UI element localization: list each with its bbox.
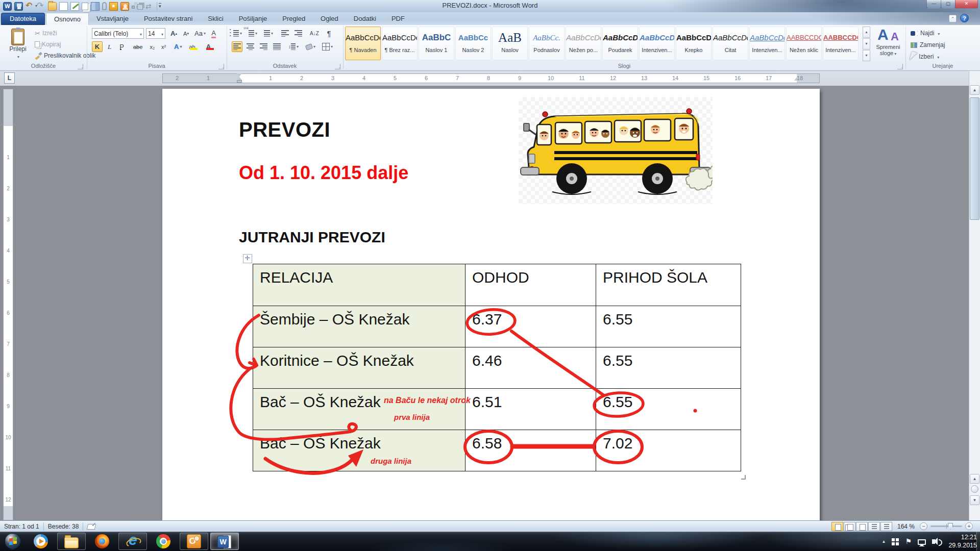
- font-dialog-launcher[interactable]: [218, 64, 224, 69]
- tab-pdf[interactable]: PDF: [384, 13, 412, 25]
- table-cell[interactable]: 6.37: [465, 306, 596, 347]
- section-heading[interactable]: JUTRANJI PREVOZI: [239, 229, 385, 246]
- tab-vstavljanje[interactable]: Vstavljanje: [89, 13, 136, 25]
- sort-button[interactable]: A↓Z: [308, 28, 321, 39]
- table-cell[interactable]: Šembije – OŠ Knežak: [253, 306, 465, 347]
- maximize-button[interactable]: ▢: [941, 0, 955, 9]
- style-intenziven[interactable]: AABBCCDCIntenziven...: [823, 27, 859, 60]
- table-cell[interactable]: 6.55: [596, 347, 741, 389]
- layers-icon[interactable]: [137, 4, 143, 10]
- scrollbar-thumb[interactable]: [970, 97, 979, 220]
- volume-icon[interactable]: [932, 539, 935, 544]
- help-icon[interactable]: ?: [960, 14, 969, 22]
- close-button[interactable]: ✕: [955, 0, 978, 9]
- vertical-scrollbar[interactable]: ▲ ▲ ▼: [969, 71, 980, 520]
- column-header-odhod[interactable]: ODHOD: [465, 264, 596, 306]
- outline-view-button[interactable]: [868, 522, 880, 531]
- style-naslov-2[interactable]: AaBbCcNaslov 2: [455, 27, 491, 60]
- undo-icon[interactable]: [26, 2, 34, 11]
- horizontal-ruler[interactable]: 21123456789101112131415161718: [162, 73, 820, 83]
- tab-dodatki[interactable]: Dodatki: [346, 13, 384, 25]
- document-date-line[interactable]: Od 1. 10. 2015 dalje: [239, 162, 408, 184]
- word-logo-icon[interactable]: [3, 2, 12, 11]
- align-right-button[interactable]: [258, 41, 269, 52]
- copy-button[interactable]: Kopiraj: [35, 39, 61, 49]
- column-header-relacija[interactable]: RELACIJA: [253, 264, 465, 306]
- draft-view-button[interactable]: [880, 522, 892, 531]
- spellcheck-icon[interactable]: [87, 523, 96, 530]
- network-icon[interactable]: [918, 539, 926, 545]
- table-cell[interactable]: Koritnice – OŠ Knežak: [253, 347, 465, 389]
- change-styles-button[interactable]: Spremenisloge: [872, 27, 904, 62]
- change-case-button[interactable]: Aa: [193, 28, 207, 39]
- select-browse-object-icon[interactable]: [971, 485, 978, 493]
- font-size-select[interactable]: 14: [146, 28, 165, 39]
- minimize-button[interactable]: —: [926, 0, 941, 9]
- school-bus-image[interactable]: [519, 97, 713, 204]
- paste-button[interactable]: Prilepi: [4, 27, 32, 62]
- taskbar-word[interactable]: [210, 533, 239, 550]
- contact-icon[interactable]: [120, 2, 129, 11]
- windows-update-icon[interactable]: [892, 538, 895, 541]
- style-krepko[interactable]: AaBbCcDcKrepko: [676, 27, 712, 60]
- table-cell[interactable]: 7.02: [596, 430, 741, 471]
- style-naslov[interactable]: AaBNaslov: [492, 27, 528, 60]
- zoom-level[interactable]: 164 %: [897, 523, 915, 530]
- numbering-button[interactable]: [247, 28, 259, 39]
- pilcrow-button[interactable]: ¶: [324, 28, 334, 39]
- style-intenziven[interactable]: AaBbCcDcIntenziven...: [749, 27, 785, 60]
- paste-dropdown-caret[interactable]: [5, 53, 31, 60]
- taskbar-windows-media-player[interactable]: [27, 533, 55, 550]
- styles-more-icon[interactable]: ▼: [863, 50, 870, 61]
- bold-button[interactable]: K: [92, 41, 103, 52]
- zoom-out-icon[interactable]: −: [920, 522, 927, 530]
- document-title[interactable]: PREVOZI: [239, 118, 330, 141]
- zoom-in-icon[interactable]: +: [965, 522, 973, 530]
- find-button[interactable]: Najdi: [911, 28, 940, 38]
- tab-ogled[interactable]: Ogled: [313, 13, 346, 25]
- web-layout-view-button[interactable]: [856, 522, 868, 531]
- table-cell[interactable]: 6.55: [596, 389, 741, 430]
- cut-button[interactable]: ✂ Izreži: [35, 28, 57, 38]
- decrease-indent-button[interactable]: [280, 28, 290, 39]
- highlight-color-button[interactable]: ab: [187, 41, 198, 52]
- strikethrough-button[interactable]: abe: [132, 41, 144, 52]
- print-layout-view-button[interactable]: [831, 522, 843, 531]
- clear-formatting-button[interactable]: A: [208, 28, 219, 39]
- line-spacing-button[interactable]: ↕: [287, 41, 300, 52]
- table-cell[interactable]: Bač – OŠ Knežak: [253, 389, 465, 430]
- tab-osnovno[interactable]: Osnovno: [46, 13, 89, 25]
- word-count[interactable]: Besede: 38: [48, 523, 79, 530]
- select-button[interactable]: Izberi: [911, 52, 939, 62]
- bullets-button[interactable]: [232, 28, 243, 39]
- replace-button[interactable]: Zamenjaj: [911, 40, 945, 50]
- previous-page-icon[interactable]: ▲: [970, 474, 979, 484]
- column-header-prihod-šola[interactable]: PRIHOD ŠOLA: [596, 264, 741, 306]
- edit-document-icon[interactable]: [70, 2, 79, 11]
- style-brez-raz[interactable]: AaBbCcDc¶ Brez raz...: [382, 27, 418, 60]
- align-center-button[interactable]: [245, 41, 256, 52]
- underline-button[interactable]: P: [116, 41, 127, 52]
- clipboard-dialog-launcher[interactable]: [78, 64, 83, 69]
- paperclip-icon[interactable]: [102, 2, 107, 10]
- styles-dialog-launcher[interactable]: [897, 64, 903, 69]
- style-navaden[interactable]: AaBbCcDc¶ Navaden: [345, 27, 381, 60]
- zoom-handle[interactable]: [948, 523, 953, 530]
- grow-font-button[interactable]: A▴: [168, 28, 179, 39]
- fullscreen-reading-view-button[interactable]: [844, 522, 855, 531]
- superscript-button[interactable]: x²: [158, 41, 169, 52]
- taskbar-chrome[interactable]: [149, 533, 178, 550]
- taskbar-internet-explorer[interactable]: [118, 533, 147, 550]
- shrink-font-button[interactable]: A▾: [181, 28, 191, 39]
- increase-indent-button[interactable]: [293, 28, 304, 39]
- style-intenziven[interactable]: AaBbCcDcIntenziven...: [639, 27, 675, 60]
- next-page-icon[interactable]: ▼: [970, 495, 979, 505]
- justify-button[interactable]: [272, 41, 282, 52]
- italic-button[interactable]: L: [104, 41, 115, 52]
- style-poudarek[interactable]: AaBbCcDcPoudarek: [602, 27, 638, 60]
- table-resize-handle[interactable]: [741, 475, 746, 480]
- multilevel-list-button[interactable]: [262, 28, 275, 39]
- font-color-button[interactable]: A: [203, 41, 214, 52]
- page-indicator[interactable]: Stran: 1 od 1: [4, 523, 39, 530]
- zoom-track[interactable]: [930, 525, 962, 527]
